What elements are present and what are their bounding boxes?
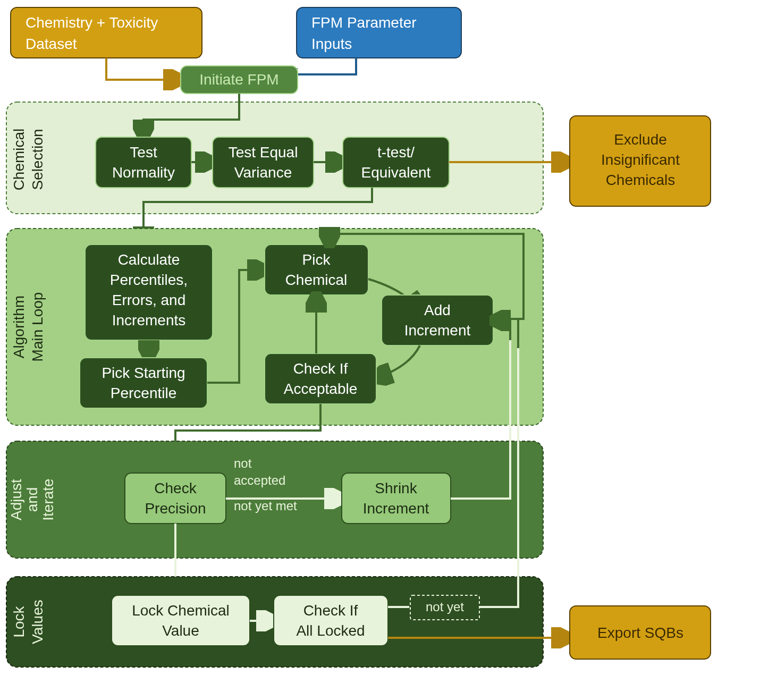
panel3-l1: Adjust [8,479,24,520]
checkacc-l1: Check If [293,360,348,377]
initiate-label: Initiate FPM [199,71,278,88]
normality-l1: Test [130,144,157,161]
prec-l2: Precision [145,500,206,517]
edge-not2: accepted [234,473,285,487]
params-l2: Inputs [311,36,352,52]
calc-l2: Percentiles, [110,272,188,288]
panel3-l3: Iterate [40,478,56,520]
exclude-l3: Chemicals [606,172,675,188]
panel2-l1: Algorithm [11,296,27,358]
dataset-l2: Dataset [26,36,77,52]
panel1-l1: Chemical [11,129,27,191]
panel4-l1: Lock [11,605,27,637]
add-l1: Add [424,302,451,318]
checkall-l1: Check If [303,602,358,619]
start-l1: Pick Starting [102,365,185,381]
notyet-label: not yet [426,600,464,614]
svg-text:Initiate FPM: Initiate FPM [199,71,278,88]
shrink-l1: Shrink [375,480,417,496]
svg-text:not yet: not yet [426,600,464,614]
dataset-l1: Chemistry + Toxicity [26,14,158,31]
exclude-l1: Exclude [614,131,667,148]
checkall-l2: All Locked [296,622,365,639]
checkacc-l2: Acceptable [284,381,358,397]
panel4-l2: Values [29,600,46,644]
edge-not1: not [234,456,252,470]
svg-text:Export SQBs: Export SQBs [597,625,683,641]
panel3-l2: and [24,487,40,512]
add-l2: Increment [404,322,471,339]
exclude-l2: Insignificant [601,151,680,168]
edge-notmet: not yet met [234,499,297,513]
ttest-l1: t-test/ [377,144,415,161]
start-l2: Percentile [111,385,177,401]
variance-l2: Variance [234,164,292,181]
calc-l4: Increments [112,312,186,328]
flowchart-diagram: Chemistry + ToxicityDataset FPM Paramete… [0,0,760,700]
shrink-l2: Increment [363,500,429,517]
calc-l1: Calculate [118,251,180,268]
prec-l1: Check [154,480,197,496]
normality-l2: Normality [112,164,175,181]
ttest-l2: Equivalent [361,164,431,181]
variance-l1: Test Equal [229,144,298,161]
export-label: Export SQBs [597,625,683,641]
calc-l3: Errors, and [112,292,186,308]
params-l1: FPM Parameter [311,14,417,31]
lockval-l1: Lock Chemical [132,602,230,619]
panel1-l2: Selection [29,129,46,190]
lockval-l2: Value [162,622,199,639]
svg-text:not yet met: not yet met [234,499,297,513]
panel2-l2: Main Loop [29,292,46,362]
pick-l1: Pick [302,251,331,268]
pick-l2: Chemical [285,272,348,288]
